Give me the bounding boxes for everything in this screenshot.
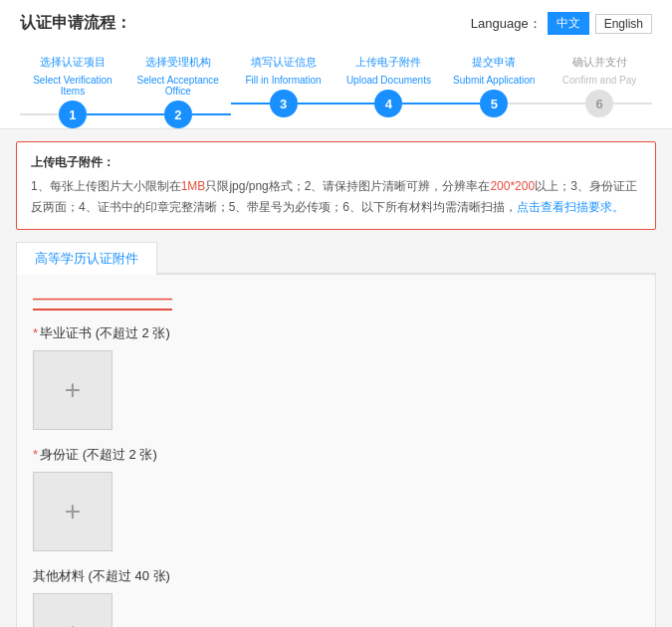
step-4-circle-row: 4 (336, 90, 442, 117)
id-upload-box[interactable]: + (33, 472, 112, 551)
step-1-left-line (20, 113, 59, 115)
step-5-right-line (508, 103, 547, 104)
step-3-circle-row: 3 (231, 90, 336, 117)
language-label: Language： (471, 15, 542, 33)
step-3-right-line (298, 103, 336, 104)
step-6-label: 确认并支付 (572, 55, 627, 69)
notice-red-1: 1MB (181, 179, 206, 193)
step-1-circle: 1 (59, 101, 87, 128)
lang-english-button[interactable]: English (595, 14, 652, 34)
step-6-sublabel: Confirm and Pay (562, 75, 636, 86)
notice-red-2: 200*200 (490, 179, 535, 193)
plus-icon-diploma: + (65, 374, 81, 406)
step-2-circle-row: 2 (125, 101, 231, 128)
step-5-left-line (441, 103, 480, 104)
upload-section-other: 其他材料 (不超过 40 张) + (33, 567, 639, 627)
step-4-sublabel: Upload Documents (346, 75, 431, 86)
notice-link[interactable]: 点击查看扫描要求。 (517, 200, 624, 214)
notice-title: 上传电子附件： (31, 152, 641, 174)
step-4-circle: 4 (374, 90, 402, 117)
upload-user-name: —————————— (33, 291, 172, 311)
tab-item-attachment[interactable]: 高等学历认证附件 (16, 242, 157, 275)
step-6-left-line (547, 103, 585, 104)
step-1-right-line (87, 113, 125, 115)
step-2-label: 选择受理机构 (145, 55, 211, 69)
upload-section-diploma: *毕业证书 (不超过 2 张) + (33, 324, 639, 430)
header-top: 认证申请流程： Language： 中文 English (20, 12, 652, 35)
step-2-right-line (192, 113, 231, 115)
other-label: 其他材料 (不超过 40 张) (33, 567, 639, 585)
step-3-label: 填写认证信息 (251, 55, 317, 69)
step-1-label: 选择认证项目 (40, 55, 106, 69)
step-3: 填写认证信息 Fill in Information 3 (231, 55, 336, 117)
notice-text: 1、每张上传图片大小限制在1MB只限jpg/png格式；2、请保持图片清晰可辨，… (31, 176, 641, 219)
step-5-sublabel: Submit Application (453, 75, 535, 86)
step-1-sublabel: Select Verification Items (20, 75, 125, 97)
step-5-circle-row: 5 (441, 90, 547, 117)
diploma-required-star: * (33, 325, 38, 340)
step-1-circle-row: 1 (20, 101, 125, 128)
header: 认证申请流程： Language： 中文 English 选择认证项目 Sele… (0, 0, 672, 129)
step-2: 选择受理机构 Select Acceptance Office 2 (125, 55, 231, 128)
page-title: 认证申请流程： (20, 13, 131, 34)
step-4: 上传电子附件 Upload Documents 4 (336, 55, 442, 117)
step-5-label: 提交申请 (472, 55, 516, 69)
step-4-right-line (402, 103, 441, 104)
step-2-left-line (125, 113, 164, 115)
diploma-label: *毕业证书 (不超过 2 张) (33, 324, 639, 342)
upload-section-id: *身份证 (不超过 2 张) + (33, 446, 639, 551)
language-bar: Language： 中文 English (471, 12, 652, 35)
step-6-circle: 6 (585, 90, 613, 117)
step-6: 确认并支付 Confirm and Pay 6 (547, 55, 652, 117)
steps-container: 选择认证项目 Select Verification Items 1 选择受理机… (20, 47, 652, 128)
plus-icon-id: + (65, 496, 81, 527)
step-4-left-line (336, 103, 375, 104)
id-required-star: * (33, 447, 38, 462)
lang-chinese-button[interactable]: 中文 (548, 12, 589, 35)
step-5: 提交申请 Submit Application 5 (441, 55, 547, 117)
upload-area: —————————— *毕业证书 (不超过 2 张) + *身份证 (不超过 2… (16, 275, 656, 627)
step-6-right-line (613, 103, 652, 104)
step-2-sublabel: Select Acceptance Office (125, 75, 231, 97)
diploma-upload-box[interactable]: + (33, 350, 112, 430)
id-label: *身份证 (不超过 2 张) (33, 446, 639, 464)
step-3-left-line (231, 103, 270, 104)
page-wrapper: 认证申请流程： Language： 中文 English 选择认证项目 Sele… (0, 0, 672, 627)
step-3-sublabel: Fill in Information (246, 75, 322, 86)
plus-icon-other: + (65, 617, 81, 627)
step-6-circle-row: 6 (547, 90, 652, 117)
step-5-circle: 5 (480, 90, 508, 117)
other-upload-box[interactable]: + (33, 593, 112, 627)
step-3-circle: 3 (270, 90, 298, 117)
step-4-label: 上传电子附件 (355, 55, 421, 69)
step-1: 选择认证项目 Select Verification Items 1 (20, 55, 125, 128)
tab-bar: 高等学历认证附件 (16, 242, 656, 275)
step-2-circle: 2 (164, 101, 192, 128)
notice-box: 上传电子附件： 1、每张上传图片大小限制在1MB只限jpg/png格式；2、请保… (16, 141, 656, 230)
